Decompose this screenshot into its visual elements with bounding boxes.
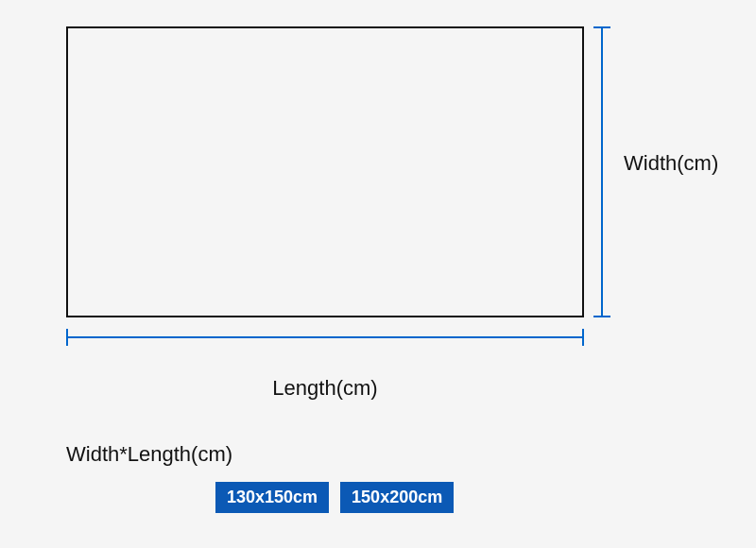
- product-rectangle: [66, 26, 584, 317]
- length-label: Length(cm): [0, 376, 650, 401]
- formula-label: Width*Length(cm): [66, 442, 232, 467]
- size-option-1[interactable]: 150x200cm: [340, 482, 454, 513]
- width-label: Width(cm): [624, 151, 718, 176]
- size-option-0[interactable]: 130x150cm: [215, 482, 329, 513]
- width-dimension-line: [601, 26, 603, 317]
- size-options: 130x150cm 150x200cm: [215, 482, 454, 513]
- length-dimension-line: [66, 336, 584, 338]
